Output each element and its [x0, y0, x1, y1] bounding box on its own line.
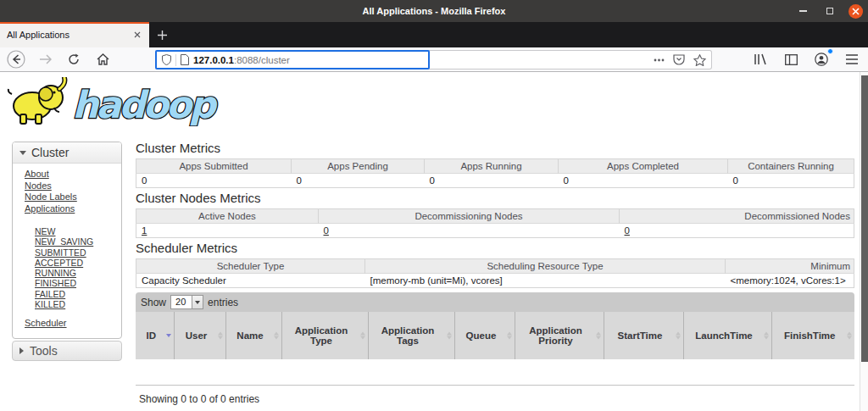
- sort-header-application-priority[interactable]: Application Priority: [515, 312, 604, 359]
- page-actions-button[interactable]: [654, 58, 665, 62]
- column-header: Apps Completed: [559, 159, 728, 174]
- firefox-window: All Applications - Mozilla Firefox All A…: [0, 0, 868, 411]
- entries-label: entries: [208, 297, 238, 308]
- table-row: 0 0 0 0 0: [136, 174, 854, 188]
- sort-desc-icon: [166, 334, 171, 337]
- svg-text:hadoop: hadoop: [72, 83, 218, 126]
- sort-header-application-tags[interactable]: Application Tags: [368, 312, 454, 359]
- page-info-icon[interactable]: [181, 54, 189, 65]
- close-button[interactable]: [849, 4, 863, 19]
- sidebar-section-cluster[interactable]: Cluster: [13, 142, 121, 164]
- library-button[interactable]: [751, 50, 770, 69]
- navigation-toolbar: 127.0.0.1:8088/cluster: [0, 47, 868, 72]
- url-bar[interactable]: 127.0.0.1:8088/cluster: [155, 50, 430, 69]
- sidebar-item-new[interactable]: NEW: [35, 226, 121, 236]
- cluster-metrics-heading: Cluster Metrics: [136, 141, 854, 156]
- scheduler-metrics-table: Scheduler Type Scheduling Resource Type …: [136, 258, 854, 288]
- sidebar-item-nodes[interactable]: Nodes: [25, 181, 121, 192]
- decommissioned-nodes-link[interactable]: 0: [625, 225, 630, 236]
- bookmark-button[interactable]: [693, 54, 706, 66]
- sort-header-starttime[interactable]: StartTime: [604, 312, 683, 359]
- sidebar-item-running[interactable]: RUNNING: [35, 268, 121, 278]
- column-header: Containers Running: [728, 159, 854, 174]
- applications-table-widget: Show 20 entries ID User: [136, 292, 854, 411]
- sidebar-item-node-labels[interactable]: Node Labels: [25, 192, 121, 203]
- page-size-value: 20: [171, 296, 192, 308]
- cluster-section-label: Cluster: [31, 146, 69, 159]
- menu-button[interactable]: [843, 50, 861, 69]
- column-header: Apps Pending: [292, 159, 425, 174]
- url-host: 127.0.0.1: [193, 55, 234, 65]
- column-header: Active Nodes: [136, 209, 319, 224]
- sidebar-item-accepted[interactable]: ACCEPTED: [35, 258, 121, 268]
- main-content: Cluster Metrics Apps Submitted Apps Pend…: [136, 141, 854, 411]
- column-header: Apps Running: [425, 159, 559, 174]
- sidebar-item-about[interactable]: About: [25, 169, 121, 181]
- hadoop-logo: hadoop: [7, 77, 231, 126]
- minimize-button[interactable]: [796, 4, 810, 19]
- tab-close-button[interactable]: [132, 30, 142, 40]
- sort-header-id[interactable]: ID: [136, 312, 174, 359]
- new-tab-button[interactable]: [149, 22, 175, 47]
- sort-header-application-type[interactable]: Application Type: [281, 312, 368, 359]
- page-size-select[interactable]: 20: [170, 295, 203, 309]
- sidebar-item-new-saving[interactable]: NEW_SAVING: [35, 236, 121, 247]
- decommissioning-nodes-link[interactable]: 0: [324, 225, 329, 236]
- sidebar-item-finished[interactable]: FINISHED: [35, 278, 121, 288]
- sidebar-item-scheduler[interactable]: Scheduler: [25, 318, 121, 330]
- table-row: Capacity Scheduler [memory-mb (unit=Mi),…: [136, 274, 854, 288]
- column-header: Decommissioned Nodes: [620, 209, 854, 224]
- sort-header-user[interactable]: User: [174, 312, 225, 359]
- empty-table-row: [136, 359, 854, 385]
- column-header: Scheduler Type: [136, 259, 365, 274]
- sidebar-item-applications[interactable]: Applications: [25, 203, 121, 215]
- sidebar-item-submitted[interactable]: SUBMITTED: [35, 247, 121, 258]
- pocket-icon: [673, 54, 685, 65]
- back-button[interactable]: [7, 50, 25, 69]
- sort-icon: [676, 332, 681, 340]
- show-entries-bar: Show 20 entries: [136, 292, 854, 312]
- sort-icon: [596, 332, 601, 340]
- scrollbar-thumb[interactable]: [861, 75, 868, 362]
- forward-icon: [39, 54, 52, 64]
- chevron-down-icon: [19, 151, 26, 155]
- plus-icon: [158, 31, 167, 40]
- sidebar-nav: Cluster About Nodes Node Labels Applicat…: [12, 142, 122, 361]
- sort-header-queue[interactable]: Queue: [454, 312, 515, 359]
- vertical-scrollbar[interactable]: [860, 72, 868, 411]
- sort-header-launchtime[interactable]: LaunchTime: [683, 312, 771, 359]
- sidebar-section-tools[interactable]: Tools: [12, 341, 122, 361]
- reload-button[interactable]: [64, 50, 83, 69]
- sidebar-toggle-button[interactable]: [782, 50, 800, 69]
- sort-icon: [507, 332, 512, 340]
- close-icon: [134, 31, 141, 38]
- sort-icon: [764, 332, 769, 340]
- sort-header-name[interactable]: Name: [225, 312, 281, 359]
- restore-button[interactable]: [822, 4, 837, 19]
- sort-header-finishtime[interactable]: FinishTime: [771, 312, 854, 359]
- pocket-button[interactable]: [673, 54, 685, 65]
- column-header: Decommissioning Nodes: [319, 209, 620, 224]
- cluster-nodes-metrics-heading: Cluster Nodes Metrics: [136, 191, 854, 206]
- column-header: Scheduling Resource Type: [365, 259, 726, 274]
- home-button[interactable]: [93, 50, 112, 69]
- column-header: Apps Submitted: [136, 159, 292, 174]
- sort-icon: [274, 332, 279, 340]
- shield-permissions-icon: [162, 54, 171, 65]
- account-button[interactable]: [812, 50, 831, 69]
- active-nodes-link[interactable]: 1: [142, 225, 147, 236]
- forward-button[interactable]: [36, 50, 54, 69]
- scheduler-type-value: Capacity Scheduler: [136, 274, 365, 288]
- url-path: :8088/cluster: [234, 55, 290, 65]
- tab-all-applications[interactable]: All Applications: [0, 22, 149, 47]
- show-label: Show: [141, 297, 166, 308]
- sort-icon: [360, 332, 365, 340]
- sidebar-item-failed[interactable]: FAILED: [35, 289, 121, 299]
- apps-running-value: 0: [425, 174, 559, 188]
- tools-section-label: Tools: [30, 344, 58, 358]
- chevron-right-icon: [19, 347, 24, 354]
- hadoop-elephant-icon: [7, 77, 70, 126]
- tab-title: All Applications: [7, 30, 132, 40]
- sidebar-item-killed[interactable]: KILLED: [35, 299, 121, 309]
- sort-icon: [847, 332, 852, 340]
